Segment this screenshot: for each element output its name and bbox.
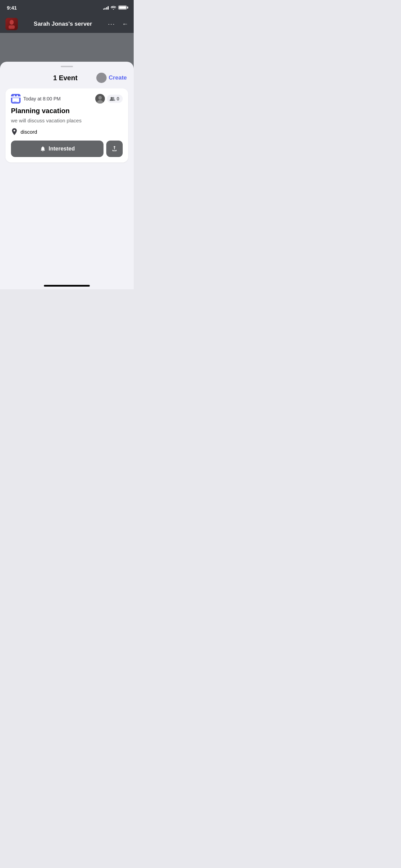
signal-icon bbox=[103, 5, 109, 10]
event-actions: Interested bbox=[11, 141, 123, 157]
event-card: 21 Today at 8:00 PM bbox=[5, 88, 128, 162]
share-icon bbox=[111, 145, 118, 152]
svg-point-0 bbox=[10, 20, 14, 25]
create-event-button[interactable]: Create bbox=[96, 73, 127, 83]
create-button-label: Create bbox=[109, 74, 127, 81]
event-time: Today at 8:00 PM bbox=[23, 96, 61, 101]
server-avatar bbox=[5, 18, 18, 30]
back-arrow-icon[interactable]: ← bbox=[122, 21, 128, 28]
svg-rect-1 bbox=[9, 25, 15, 29]
event-description: we will discuss vacation places bbox=[11, 117, 123, 124]
status-bar: 9:41 bbox=[0, 0, 134, 15]
more-options-icon[interactable]: ··· bbox=[108, 21, 115, 28]
sheet-header: 1 Event Create bbox=[0, 70, 134, 88]
battery-icon bbox=[118, 5, 127, 10]
svg-text:21: 21 bbox=[14, 100, 16, 102]
sheet-title: 1 Event bbox=[34, 74, 96, 82]
status-time: 9:41 bbox=[7, 5, 17, 11]
interested-button[interactable]: Interested bbox=[11, 141, 104, 157]
create-avatar bbox=[96, 73, 107, 83]
attendee-avatar bbox=[95, 94, 105, 104]
attendee-count-badge: 0 bbox=[107, 95, 123, 103]
header-actions: ··· ← bbox=[108, 21, 128, 28]
svg-rect-3 bbox=[11, 96, 21, 98]
event-location: discord bbox=[11, 128, 123, 135]
event-location-text: discord bbox=[21, 129, 37, 135]
status-icons bbox=[103, 5, 127, 10]
svg-point-9 bbox=[98, 96, 102, 100]
svg-point-12 bbox=[112, 97, 114, 99]
bell-icon bbox=[40, 146, 46, 152]
people-icon bbox=[110, 97, 115, 101]
bottom-sheet: 1 Event Create 21 bbox=[0, 62, 134, 289]
attendee-count: 0 bbox=[117, 96, 119, 101]
home-indicator bbox=[44, 285, 90, 287]
event-attendees: 0 bbox=[95, 94, 123, 104]
interested-label: Interested bbox=[49, 146, 75, 152]
event-title: Planning vacation bbox=[11, 107, 123, 115]
wifi-icon bbox=[111, 5, 116, 10]
svg-rect-6 bbox=[17, 95, 18, 97]
svg-rect-5 bbox=[14, 95, 15, 97]
share-button[interactable] bbox=[106, 141, 123, 157]
server-name: Sarah Jonas's server bbox=[18, 21, 108, 27]
discord-header: Sarah Jonas's server ··· ← bbox=[0, 15, 134, 33]
calendar-icon: 21 bbox=[11, 94, 21, 104]
event-card-header: 21 Today at 8:00 PM bbox=[11, 94, 123, 104]
event-time-row: 21 Today at 8:00 PM bbox=[11, 94, 61, 104]
sheet-handle bbox=[61, 66, 73, 67]
location-icon bbox=[11, 128, 18, 135]
